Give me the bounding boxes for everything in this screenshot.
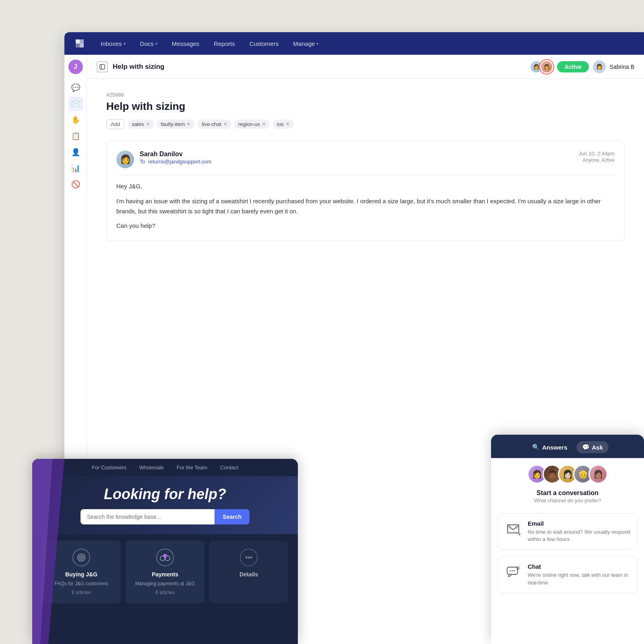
email-channel-title: Email [528, 520, 631, 527]
hc-hero-title: Looking for help? [48, 486, 282, 503]
email-icon [504, 520, 522, 538]
message-divider [116, 175, 615, 175]
hc-category-payments[interactable]: Payments Managing payments at J&G 8 arti… [126, 541, 204, 603]
buying-icon [72, 549, 90, 566]
svg-point-10 [246, 557, 248, 559]
sidebar-item-block[interactable]: 🚫 [68, 177, 83, 192]
hc-nav-wholesale[interactable]: Wholesale [139, 464, 164, 471]
nav-reports[interactable]: Reports [208, 38, 241, 50]
sender-avatar: 👩 [116, 151, 134, 168]
message-to: To returns@jandgsupport.com [140, 159, 573, 165]
svg-point-16 [514, 570, 515, 572]
channel-email[interactable]: Email No time to wait around? We usually… [497, 513, 638, 550]
chat-channel-title: Chat [528, 563, 631, 570]
chat-widget: 🔍 Answers 💬 Ask 👩 👨🏾 👩🏻 👴 👩🏽 Start a con… [491, 435, 644, 644]
chat-start-subtitle: What channel do you prefer? [491, 497, 644, 510]
nav-docs[interactable]: Docs ▾ [134, 38, 163, 50]
hc-search-button[interactable]: Search [215, 509, 250, 524]
sidebar-item-hand[interactable]: ✋ [68, 113, 83, 127]
assigned-agents: 👩 👩 [530, 60, 553, 73]
message-date-block: Jun 10, 2:44pm Anyone, Active [578, 151, 615, 163]
conversation-header: Help with sizing 👩 👩 Active 👩 Sabrina B [87, 55, 644, 79]
hc-categories: Buying J&G FAQs for J&G customers 6 arti… [32, 534, 298, 603]
conversation-type-icon [97, 61, 108, 72]
message-to-email: returns@jandgsupport.com [148, 159, 211, 165]
hc-category-details[interactable]: Details [209, 541, 288, 603]
buying-count: 6 articles [72, 590, 91, 595]
ticket-id: #25988 [106, 92, 625, 98]
hc-nav: For Customers Wholesale For the Team Con… [32, 459, 298, 476]
chat-channel-icon [504, 563, 522, 581]
conversation-title: Help with sizing [113, 63, 525, 71]
message-status: Anyone, Active [578, 157, 615, 163]
svg-point-6 [80, 557, 82, 558]
nav-inboxes[interactable]: Inboxes ▾ [95, 38, 131, 50]
email-channel-desc: No time to wait around? We usually respo… [528, 528, 631, 543]
tag-ios: ios ✕ [273, 120, 293, 129]
remove-tag-region-us[interactable]: ✕ [262, 122, 266, 127]
message-card: 👩 Sarah Danilov To returns@jandgsupport.… [106, 140, 625, 241]
current-agent-avatar: 👩 [593, 60, 606, 73]
header-actions: 👩 👩 Active 👩 Sabrina B [530, 60, 634, 73]
chat-start-title: Start a conversation [491, 485, 644, 497]
svg-point-11 [248, 557, 250, 559]
remove-tag-live-chat[interactable]: ✕ [223, 122, 227, 127]
agent-avatar-2: 👩 [540, 60, 553, 73]
svg-point-12 [250, 557, 252, 559]
svg-point-15 [512, 570, 513, 572]
sender-name: Sarah Danilov [140, 151, 573, 158]
conversation-subject: Help with sizing [106, 100, 625, 113]
buying-desc: FAQs for J&G customers [55, 581, 108, 586]
agent-avatars: 👩 👨🏾 👩🏻 👴 👩🏽 [491, 458, 644, 485]
status-badge[interactable]: Active [557, 61, 588, 72]
hc-nav-contact[interactable]: Contact [220, 464, 238, 471]
ask-icon: 💬 [582, 444, 590, 451]
add-tag-button[interactable]: Add [106, 119, 124, 129]
sidebar-item-reports[interactable]: 📊 [68, 161, 83, 175]
message-greeting: Hey J&G, [116, 182, 615, 192]
user-avatar[interactable]: J [68, 60, 83, 74]
chat-tab-ask[interactable]: 💬 Ask [576, 441, 609, 453]
nav-messages[interactable]: Messages [166, 38, 205, 50]
tag-faulty-item: faulty-item ✕ [157, 120, 195, 129]
chat-tab-answers[interactable]: 🔍 Answers [526, 441, 573, 453]
sidebar-item-contact[interactable]: 👤 [68, 145, 83, 159]
buying-title: Buying J&G [65, 571, 97, 578]
hc-nav-customers[interactable]: For Customers [92, 464, 126, 471]
tag-live-chat: live-chat ✕ [198, 120, 231, 129]
chat-widget-header: 🔍 Answers 💬 Ask [491, 435, 644, 458]
channel-chat[interactable]: Chat We're online right now, talk with o… [497, 556, 638, 593]
hc-search-input[interactable] [80, 509, 215, 524]
svg-point-9 [163, 554, 167, 558]
hc-search-row: Search [80, 509, 250, 524]
remove-tag-sales[interactable]: ✕ [146, 122, 150, 127]
logo [74, 38, 85, 49]
remove-tag-faulty-item[interactable]: ✕ [187, 122, 190, 127]
sidebar-item-copy[interactable]: 📋 [68, 129, 83, 143]
message-body-question: Can you help? [116, 221, 615, 231]
message-timestamp: Jun 10, 2:44pm [578, 151, 615, 157]
message-header: 👩 Sarah Danilov To returns@jandgsupport.… [116, 151, 615, 168]
details-icon [240, 549, 258, 566]
hc-category-buying[interactable]: Buying J&G FAQs for J&G customers 6 arti… [42, 541, 121, 603]
payments-count: 8 articles [155, 590, 175, 595]
sidebar-item-inbox[interactable]: ✉️ [68, 97, 83, 111]
inboxes-chevron-icon: ▾ [124, 41, 126, 46]
tag-region-us: region-us ✕ [234, 120, 270, 129]
nav-customers[interactable]: Customers [244, 38, 285, 50]
email-channel-info: Email No time to wait around? We usually… [528, 520, 631, 543]
remove-tag-ios[interactable]: ✕ [286, 122, 289, 127]
help-center-window: For Customers Wholesale For the Team Con… [32, 459, 298, 644]
sidebar-item-chat[interactable]: 💬 [68, 80, 83, 95]
message-body: Hey J&G, I'm having an issue with the si… [116, 182, 615, 231]
top-nav: Inboxes ▾ Docs ▾ Messages Reports Custom… [64, 32, 644, 55]
tag-sales: sales ✕ [128, 120, 153, 129]
message-meta: Sarah Danilov To returns@jandgsupport.co… [140, 151, 573, 165]
docs-chevron-icon: ▾ [155, 41, 157, 46]
payments-icon [156, 549, 174, 566]
nav-manage[interactable]: Manage ▾ [287, 38, 324, 50]
hc-nav-team[interactable]: For the Team [177, 464, 207, 471]
details-title: Details [239, 571, 258, 578]
payments-desc: Managing payments at J&G [135, 581, 195, 586]
svg-rect-0 [100, 64, 105, 69]
